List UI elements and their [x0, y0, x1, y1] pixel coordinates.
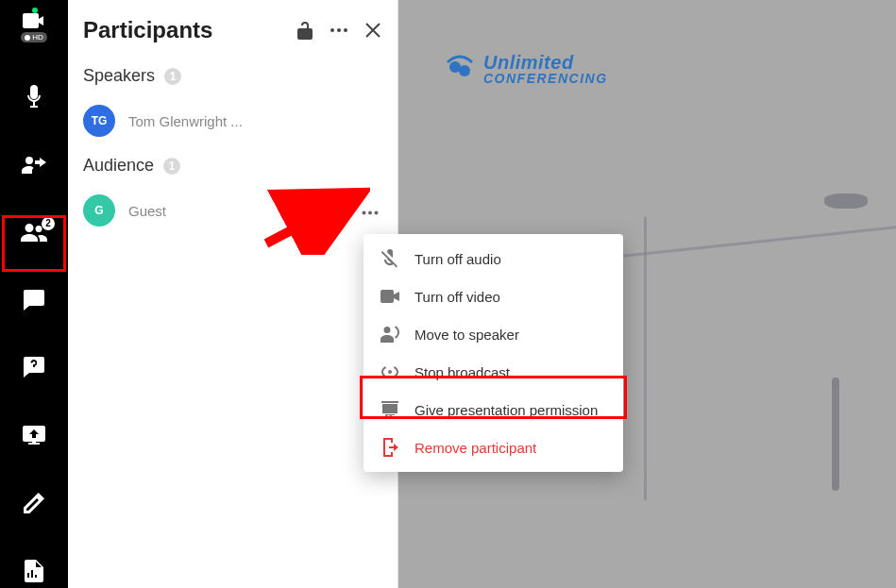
mic-off-icon	[380, 249, 399, 268]
left-toolbar: HD 2	[0, 0, 68, 588]
share-screen-button[interactable]	[15, 147, 53, 181]
participants-panel: Participants Speakers 1 TG Tom Glenwrigh…	[68, 0, 398, 588]
svg-point-7	[459, 65, 470, 76]
menu-label: Stop broadcast	[414, 364, 510, 380]
poll-button[interactable]	[15, 554, 53, 588]
participant-row-speaker[interactable]: TG Tom Glenwright ...	[83, 99, 382, 156]
help-button[interactable]	[15, 350, 53, 384]
avatar: TG	[83, 105, 115, 137]
svg-point-5	[375, 211, 379, 215]
pencil-icon	[24, 493, 44, 513]
microphone-toggle[interactable]	[15, 79, 53, 113]
bg-artifact	[832, 378, 839, 491]
menu-turn-off-video[interactable]: Turn off video	[363, 277, 623, 315]
panel-close-button[interactable]	[363, 21, 382, 40]
speakers-count: 1	[164, 68, 181, 85]
unlock-icon	[297, 21, 313, 40]
logo-text-1: Unlimited	[483, 53, 608, 72]
hd-badge: HD	[21, 32, 47, 42]
audience-section-header: Audience 1	[83, 156, 382, 176]
svg-point-3	[363, 211, 366, 215]
participant-name: Guest	[128, 203, 345, 219]
svg-point-2	[344, 28, 347, 32]
chat-icon	[24, 290, 44, 311]
menu-move-to-speaker[interactable]: Move to speaker	[363, 315, 623, 353]
avatar: G	[83, 194, 115, 227]
audience-label: Audience	[83, 156, 154, 176]
logo-mark-icon	[446, 55, 474, 83]
svg-point-0	[330, 28, 334, 32]
remove-exit-icon	[380, 438, 399, 457]
participant-more-button[interactable]	[358, 198, 382, 223]
panel-more-button[interactable]	[330, 21, 348, 40]
share-person-icon	[22, 155, 46, 174]
chat-button[interactable]	[15, 283, 53, 317]
svg-point-1	[337, 28, 341, 32]
participant-name: Tom Glenwright ...	[128, 113, 382, 129]
participant-row-audience[interactable]: G Guest	[83, 189, 382, 245]
participants-button[interactable]: 2	[15, 215, 53, 249]
presentation-icon	[380, 400, 399, 419]
logo-text-2: Conferencing	[483, 72, 608, 85]
speakers-section-header: Speakers 1	[83, 66, 382, 86]
camera-toggle[interactable]: HD	[15, 11, 53, 45]
menu-label: Remove participant	[414, 440, 536, 456]
present-button[interactable]	[15, 418, 53, 452]
more-horizontal-icon	[330, 27, 348, 33]
present-screen-icon	[23, 426, 45, 445]
recording-indicator-icon	[32, 8, 38, 13]
panel-header: Participants	[83, 17, 382, 43]
brand-logo: Unlimited Conferencing	[446, 53, 608, 85]
menu-label: Give presentation permission	[414, 402, 598, 418]
menu-label: Turn off video	[414, 289, 500, 305]
menu-remove-participant[interactable]: Remove participant	[363, 428, 623, 466]
participants-count-badge: 2	[42, 217, 55, 230]
menu-stop-broadcast[interactable]: Stop broadcast	[363, 353, 623, 391]
microphone-icon	[25, 85, 42, 108]
unlock-button[interactable]	[296, 21, 314, 40]
camera-icon	[23, 13, 45, 28]
broadcast-icon	[380, 362, 399, 381]
menu-label: Turn off audio	[414, 251, 501, 267]
document-chart-icon	[25, 560, 43, 582]
app-root: HD 2 Participants	[0, 0, 896, 588]
participant-context-menu: Turn off audio Turn off video Move to sp…	[363, 234, 623, 472]
camera-icon	[380, 287, 399, 306]
bg-artifact	[824, 193, 868, 209]
audience-count: 1	[163, 158, 180, 175]
speaker-person-icon	[380, 325, 399, 344]
close-icon	[365, 23, 380, 38]
menu-give-presentation[interactable]: Give presentation permission	[363, 391, 623, 428]
annotate-button[interactable]	[15, 486, 53, 520]
speakers-label: Speakers	[83, 66, 155, 86]
svg-point-4	[368, 211, 372, 215]
more-horizontal-icon	[362, 210, 379, 215]
panel-title: Participants	[83, 17, 212, 43]
help-icon	[24, 357, 44, 378]
menu-label: Move to speaker	[414, 327, 519, 343]
menu-turn-off-audio[interactable]: Turn off audio	[363, 240, 623, 277]
panel-actions	[296, 21, 382, 40]
